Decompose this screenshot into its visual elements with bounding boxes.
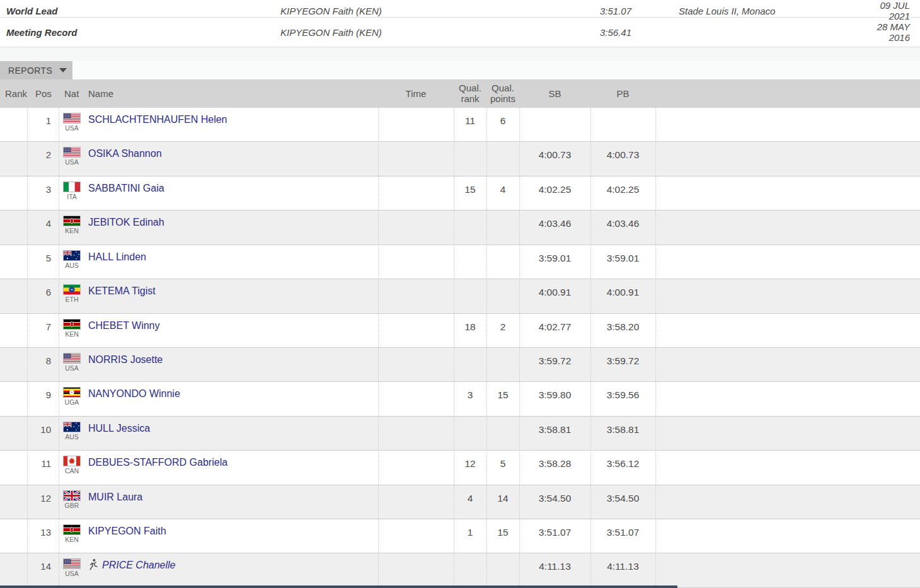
col-name-header: Name bbox=[85, 88, 378, 99]
table-row: 13 KEN KIPYEGON Faith 1 15 3:51.07 3:51.… bbox=[0, 519, 920, 553]
pb-cell: 3:58.20 bbox=[590, 314, 655, 347]
qual-rank-cell: 11 bbox=[454, 108, 486, 141]
pb-cell: 3:51.07 bbox=[590, 519, 655, 553]
athlete-name[interactable]: CHEBET Winny bbox=[88, 320, 160, 331]
flag-uga-icon bbox=[63, 387, 85, 398]
athlete-name[interactable]: NORRIS Josette bbox=[88, 354, 163, 366]
pb-cell: 3:59.01 bbox=[590, 245, 655, 279]
name-cell: HULL Jessica bbox=[85, 417, 378, 450]
country-code: AUS bbox=[63, 433, 81, 441]
rank-cell bbox=[0, 519, 27, 553]
athlete-name[interactable]: JEBITOK Edinah bbox=[88, 216, 164, 228]
time-cell bbox=[378, 314, 454, 347]
flag-usa-icon bbox=[63, 147, 85, 158]
table-row: 8 USA NORRIS Josette 3:59.72 3:59.72 bbox=[0, 348, 920, 382]
country-code: KEN bbox=[63, 330, 81, 338]
flag-ken-icon bbox=[63, 524, 85, 535]
rank-cell bbox=[0, 451, 27, 484]
pos-cell: 2 bbox=[27, 142, 59, 175]
sb-cell: 3:58.28 bbox=[519, 451, 590, 484]
nat-cell: AUS bbox=[59, 417, 85, 450]
qual-points-cell bbox=[486, 553, 519, 587]
name-cell: NANYONDO Winnie bbox=[85, 382, 378, 415]
record-label: World Lead bbox=[0, 6, 280, 16]
qual-points-cell bbox=[486, 348, 519, 381]
qual-rank-cell: 15 bbox=[454, 176, 486, 210]
athlete-name[interactable]: DEBUES-STAFFORD Gabriela bbox=[88, 456, 227, 468]
athlete-name[interactable]: SABBATINI Gaia bbox=[88, 182, 164, 194]
reports-button[interactable]: REPORTS bbox=[0, 61, 72, 79]
nat-cell: USA bbox=[59, 553, 85, 587]
qual-rank-cell: 1 bbox=[454, 519, 486, 553]
name-cell: NORRIS Josette bbox=[85, 348, 378, 381]
table-row: 14 USA PRICE Chanelle 4:11.13 4:11.13 bbox=[0, 553, 920, 587]
table-row: 7 KEN CHEBET Winny 18 2 4:02.77 3:58.20 bbox=[0, 314, 920, 348]
sb-cell: 3:51.07 bbox=[519, 519, 590, 553]
nat-cell: USA bbox=[59, 108, 85, 141]
qual-rank-cell bbox=[454, 279, 486, 313]
pos-cell: 13 bbox=[27, 519, 59, 553]
sb-cell: 3:58.81 bbox=[519, 417, 590, 450]
pos-cell: 14 bbox=[27, 553, 59, 587]
name-cell: KETEMA Tigist bbox=[85, 279, 378, 313]
col-rank-header: Rank bbox=[0, 88, 27, 99]
col-qual-points-header: Qual. points bbox=[486, 83, 519, 104]
sb-cell: 4:03.46 bbox=[519, 210, 590, 244]
country-code: CAN bbox=[63, 467, 81, 475]
time-cell bbox=[378, 553, 454, 587]
pb-cell: 4:02.25 bbox=[590, 176, 655, 210]
athlete-name[interactable]: PRICE Chanelle bbox=[102, 559, 176, 571]
record-athlete: KIPYEGON Faith (KEN) bbox=[280, 6, 532, 16]
rank-cell bbox=[0, 142, 27, 175]
table-row: 4 KEN JEBITOK Edinah 4:03.46 4:03.46 bbox=[0, 210, 920, 245]
rank-cell bbox=[0, 210, 27, 244]
col-pb-header: PB bbox=[590, 88, 655, 99]
pos-cell: 1 bbox=[27, 108, 59, 141]
horizontal-scrollbar[interactable] bbox=[0, 585, 677, 588]
spacer bbox=[0, 47, 920, 61]
qual-points-cell: 14 bbox=[486, 485, 519, 519]
rank-cell bbox=[0, 485, 27, 519]
name-cell: KIPYEGON Faith bbox=[85, 519, 378, 553]
sb-cell: 4:11.13 bbox=[519, 553, 590, 587]
qual-points-line2: points bbox=[486, 94, 519, 105]
pos-cell: 5 bbox=[27, 245, 59, 279]
nat-cell: AUS bbox=[59, 245, 85, 279]
time-cell bbox=[378, 108, 454, 141]
country-code: ETH bbox=[63, 296, 81, 304]
time-cell bbox=[378, 348, 454, 381]
time-cell bbox=[378, 451, 454, 484]
pb-cell: 4:03.46 bbox=[590, 210, 655, 244]
pb-cell: 4:11.13 bbox=[590, 553, 655, 587]
pos-cell: 3 bbox=[27, 176, 59, 210]
nat-cell: USA bbox=[59, 142, 85, 175]
athlete-name[interactable]: KIPYEGON Faith bbox=[88, 525, 166, 537]
rank-cell bbox=[0, 245, 27, 279]
time-cell bbox=[378, 142, 454, 175]
rank-cell bbox=[0, 417, 27, 450]
pb-cell: 3:58.81 bbox=[590, 417, 655, 450]
athlete-name[interactable]: MUIR Laura bbox=[88, 491, 142, 503]
athlete-name[interactable]: HALL Linden bbox=[88, 251, 146, 263]
athlete-name[interactable]: HULL Jessica bbox=[88, 422, 150, 434]
table-row: 5 AUS HALL Linden 3:59.01 3:59.01 bbox=[0, 245, 920, 279]
country-code: KEN bbox=[63, 227, 81, 235]
qual-rank-cell bbox=[454, 142, 486, 175]
record-row-meeting-record: Meeting Record KIPYEGON Faith (KEN) 3:56… bbox=[0, 18, 920, 47]
nat-cell: GBR bbox=[59, 485, 85, 519]
athlete-name[interactable]: KETEMA Tigist bbox=[88, 285, 156, 297]
rank-cell bbox=[0, 382, 27, 415]
pos-cell: 6 bbox=[27, 279, 59, 313]
nat-cell: CAN bbox=[59, 451, 85, 484]
athlete-name[interactable]: SCHLACHTENHAUFEN Helen bbox=[88, 113, 227, 125]
rank-cell bbox=[0, 553, 27, 587]
pb-cell: 3:59.72 bbox=[590, 348, 655, 381]
athlete-name[interactable]: OSIKA Shannon bbox=[88, 147, 162, 159]
country-code: USA bbox=[63, 364, 81, 372]
qual-points-cell: 15 bbox=[486, 519, 519, 553]
athlete-name[interactable]: NANYONDO Winnie bbox=[88, 388, 180, 400]
qual-points-cell: 5 bbox=[486, 451, 519, 484]
name-cell: MUIR Laura bbox=[85, 485, 378, 519]
sb-cell: 4:00.91 bbox=[519, 279, 590, 313]
record-date: 28 MAY 2016 bbox=[857, 21, 920, 43]
